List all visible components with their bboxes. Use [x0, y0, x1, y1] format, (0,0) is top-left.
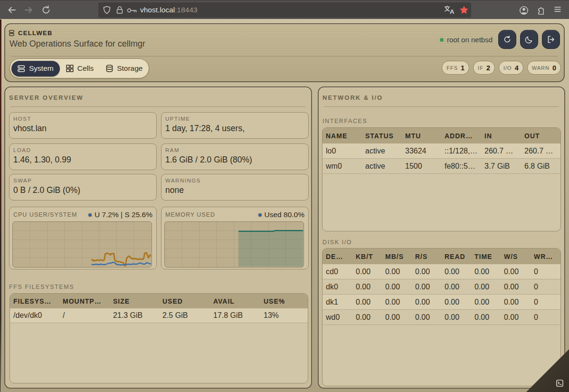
svg-text:A: A [450, 8, 455, 15]
